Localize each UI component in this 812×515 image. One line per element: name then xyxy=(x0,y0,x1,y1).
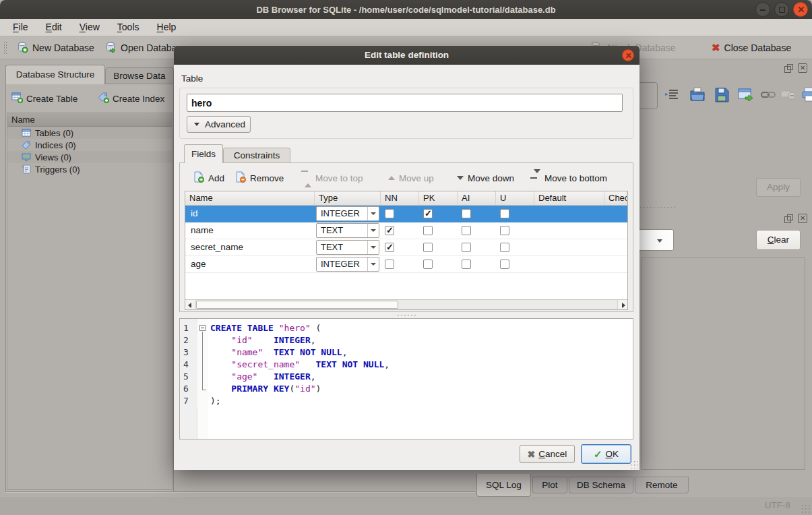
type-combobox[interactable]: TEXT xyxy=(316,240,379,255)
text-mode-icon[interactable] xyxy=(664,86,682,104)
new-database-button[interactable]: New Database xyxy=(16,38,94,57)
dialog-tab-fields[interactable]: Fields xyxy=(184,144,223,163)
type-combobox[interactable]: TEXT xyxy=(316,223,379,238)
execute-icon[interactable] xyxy=(737,86,755,104)
menu-view[interactable]: View xyxy=(71,19,108,36)
import-icon[interactable] xyxy=(689,86,706,104)
grid-column-check[interactable]: Check xyxy=(604,191,627,206)
add-label: Add xyxy=(208,173,224,183)
grid-column-nn[interactable]: NN xyxy=(381,191,419,206)
fold-marker-icon[interactable] xyxy=(197,322,208,334)
fold-margin-cell xyxy=(197,346,208,359)
tree-item-indices[interactable]: Indices (0) xyxy=(7,139,172,151)
window-resize-grip[interactable] xyxy=(801,504,810,513)
table-icon xyxy=(22,128,31,138)
tree-item-triggers[interactable]: Triggers (0) xyxy=(7,163,172,175)
ok-button[interactable]: ✓ OK xyxy=(581,444,631,464)
bottom-tab-db-schema[interactable]: DB Schema xyxy=(569,477,633,493)
pk-checkbox[interactable] xyxy=(423,260,433,269)
scroll-right-icon[interactable] xyxy=(617,300,627,309)
pk-checkbox[interactable] xyxy=(423,226,433,235)
close-database-button[interactable]: ✖ Close Database xyxy=(712,38,791,57)
tree-item-tables[interactable]: Tables (0) xyxy=(7,127,172,139)
line-number: 2 xyxy=(180,334,197,346)
bottom-tab-sql-log[interactable]: SQL Log xyxy=(476,474,531,497)
field-row-id[interactable]: idINTEGER xyxy=(185,206,627,222)
bottom-tab-plot[interactable]: Plot xyxy=(532,477,567,493)
ai-checkbox[interactable] xyxy=(462,260,471,269)
dock-float-icon[interactable] xyxy=(784,214,793,223)
tree-header-name[interactable]: Name xyxy=(7,113,172,127)
sql-code-text: PRIMARY KEY("id") xyxy=(208,383,321,395)
sql-line-6: 6 PRIMARY KEY("id") xyxy=(180,383,633,395)
u-checkbox[interactable] xyxy=(500,209,509,218)
maximize-button[interactable] xyxy=(774,2,789,17)
close-button[interactable] xyxy=(793,2,808,17)
sql-code-text: "name" TEXT NOT NULL, xyxy=(208,346,348,359)
create-index-button[interactable]: Create Index xyxy=(98,90,164,107)
menu-help[interactable]: Help xyxy=(148,19,185,36)
pk-checkbox[interactable] xyxy=(423,243,433,252)
apply-button[interactable]: Apply xyxy=(756,178,801,197)
field-name: name xyxy=(191,225,214,235)
bottom-tab-remote[interactable]: Remote xyxy=(635,477,689,493)
grid-column-pk[interactable]: PK xyxy=(419,191,458,206)
dock-close-icon[interactable] xyxy=(798,63,807,73)
ai-checkbox[interactable] xyxy=(462,243,471,252)
set-null-icon[interactable] xyxy=(780,86,798,104)
dock-close-icon[interactable] xyxy=(798,214,807,223)
field-row-secret_name[interactable]: secret_nameTEXT xyxy=(185,239,627,256)
tab-database-structure[interactable]: Database Structure xyxy=(5,65,105,84)
grid-column-type[interactable]: Type xyxy=(315,191,381,206)
field-row-age[interactable]: ageINTEGER xyxy=(185,256,627,273)
menu-file[interactable]: File xyxy=(4,19,37,36)
dialog-resize-grip[interactable] xyxy=(629,460,638,468)
type-combobox[interactable]: INTEGER xyxy=(316,206,379,221)
u-checkbox[interactable] xyxy=(500,226,509,235)
fields-grid-hscrollbar[interactable] xyxy=(185,299,627,309)
u-checkbox[interactable] xyxy=(500,243,509,252)
pk-checkbox[interactable] xyxy=(423,209,433,218)
dialog-tab-constraints[interactable]: Constraints xyxy=(223,148,290,163)
ai-checkbox[interactable] xyxy=(462,209,471,218)
dock-float-icon[interactable] xyxy=(784,63,793,73)
move-down-button[interactable]: Move down xyxy=(457,169,514,187)
remove-field-button[interactable]: Remove xyxy=(235,169,284,187)
nn-checkbox[interactable] xyxy=(385,209,394,218)
menu-tools[interactable]: Tools xyxy=(108,19,148,36)
menu-edit[interactable]: Edit xyxy=(37,19,71,36)
ai-checkbox[interactable] xyxy=(462,226,471,235)
type-combobox[interactable]: INTEGER xyxy=(316,257,379,272)
toolbar-drag-handle[interactable] xyxy=(3,41,7,55)
dialog-splitter-handle[interactable] xyxy=(396,314,416,316)
nn-checkbox[interactable] xyxy=(385,226,394,235)
tab-browse-data[interactable]: Browse Data xyxy=(105,67,174,84)
grid-column-default[interactable]: Default xyxy=(534,191,604,206)
dock-splitter-handle[interactable] xyxy=(639,206,677,208)
field-row-name[interactable]: nameTEXT xyxy=(185,222,627,239)
grid-column-ai[interactable]: AI xyxy=(458,191,496,206)
link-icon[interactable] xyxy=(760,86,778,104)
clear-button[interactable]: Clear xyxy=(756,230,801,250)
grid-column-u[interactable]: U xyxy=(496,191,534,206)
scrollbar-thumb[interactable] xyxy=(196,301,398,309)
advanced-button[interactable]: Advanced xyxy=(187,116,251,133)
scroll-left-icon[interactable] xyxy=(185,300,195,309)
grid-column-name[interactable]: Name xyxy=(185,191,315,206)
nn-checkbox[interactable] xyxy=(385,243,394,252)
tree-item-views[interactable]: Views (0) xyxy=(7,151,172,163)
dialog-close-button[interactable] xyxy=(622,49,634,61)
move-up-button[interactable]: Move up xyxy=(388,169,434,187)
nn-checkbox[interactable] xyxy=(385,260,394,269)
move-to-bottom-button[interactable]: Move to bottom xyxy=(534,169,607,187)
sql-line-1: 1CREATE TABLE "hero" ( xyxy=(180,322,633,334)
export-icon[interactable] xyxy=(713,86,730,104)
minimize-button[interactable] xyxy=(755,2,770,17)
add-field-button[interactable]: Add xyxy=(193,169,224,187)
create-table-button[interactable]: Create Table xyxy=(11,90,77,107)
table-name-input[interactable] xyxy=(187,94,623,112)
u-checkbox[interactable] xyxy=(500,260,509,269)
cancel-button[interactable]: ✖ Cancel xyxy=(520,445,575,463)
move-to-top-button[interactable]: Move to top xyxy=(305,169,363,187)
print-icon[interactable] xyxy=(801,86,812,104)
